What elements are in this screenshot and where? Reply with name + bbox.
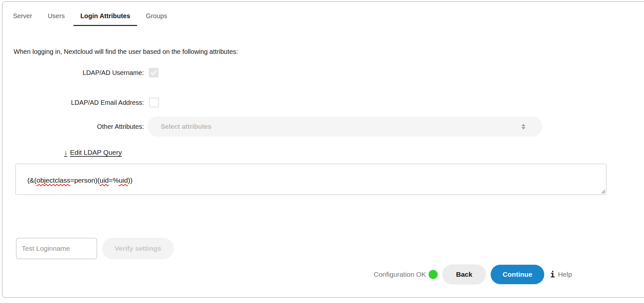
tab-groups[interactable]: Groups (139, 8, 174, 26)
other-attributes-select[interactable]: Select attributes (148, 116, 542, 137)
ldap-username-label: LDAP/AD Username: (3, 68, 144, 78)
info-icon: i (550, 270, 555, 279)
query-segment: =person)( (70, 176, 99, 184)
ldap-username-checkbox[interactable] (149, 68, 159, 78)
tab-users[interactable]: Users (41, 8, 71, 26)
other-attributes-label: Other Attributes: (3, 122, 144, 131)
query-segment: )) (128, 176, 133, 184)
wizard-panel: Server Users Login Attributes Groups Whe… (2, 1, 644, 298)
configuration-status-text: Configuration OK (374, 271, 426, 278)
query-segment-misspelled: uid (119, 176, 128, 184)
help-link[interactable]: i Help (550, 270, 572, 279)
footer-controls: Configuration OK Back Continue i Help (374, 262, 572, 286)
query-segment-misspelled: uid (100, 176, 109, 184)
tab-login-attributes[interactable]: Login Attributes (73, 8, 137, 26)
intro-text: When logging in, Nextcloud will find the… (14, 48, 238, 55)
continue-button[interactable]: Continue (491, 265, 544, 284)
ldap-query-textarea[interactable]: (&(objectclass=person)(uid=%uid)) (15, 164, 607, 195)
ldap-email-checkbox[interactable] (149, 98, 159, 107)
tab-bar: Server Users Login Attributes Groups (6, 8, 174, 26)
select-placeholder: Select attributes (161, 123, 522, 130)
status-ok-indicator (429, 270, 438, 279)
select-caret-icon (522, 124, 525, 129)
back-button[interactable]: Back (442, 264, 486, 285)
resize-handle-icon[interactable] (600, 188, 605, 194)
edit-ldap-query-label: Edit LDAP Query (70, 149, 122, 156)
checkmark-icon (150, 69, 157, 76)
help-label: Help (558, 271, 572, 278)
arrow-down-icon: ↓ (64, 149, 68, 156)
query-segment: =% (109, 176, 119, 184)
test-loginname-input[interactable] (16, 238, 97, 259)
query-segment: (&( (27, 176, 36, 184)
tab-server[interactable]: Server (6, 8, 39, 26)
verify-settings-button[interactable]: Verify settings (102, 238, 174, 259)
query-segment-misspelled: objectclass (36, 176, 70, 184)
edit-ldap-query-link[interactable]: ↓Edit LDAP Query (64, 149, 122, 156)
ldap-email-label: LDAP/AD Email Address: (3, 98, 144, 107)
